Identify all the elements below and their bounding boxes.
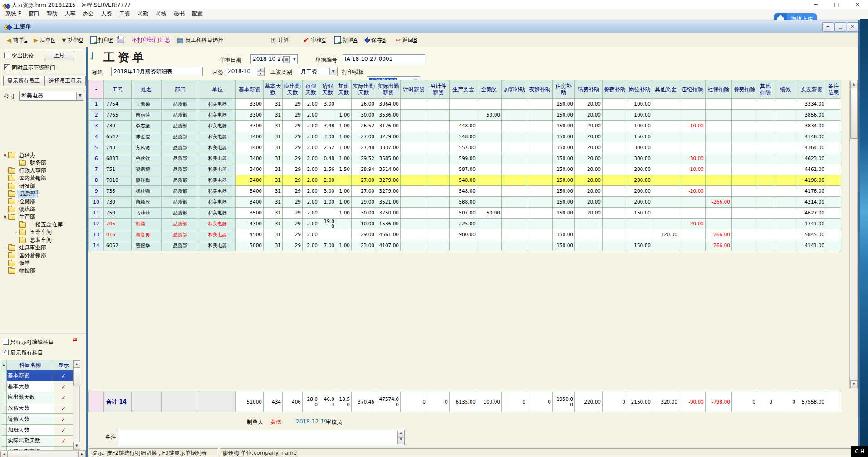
grid-cell[interactable] bbox=[450, 110, 477, 121]
grid-cell[interactable] bbox=[401, 153, 427, 164]
grid-cell[interactable]: 29 bbox=[283, 197, 303, 208]
grid-cell[interactable]: 3279.00 bbox=[376, 175, 401, 186]
grid-cell[interactable] bbox=[575, 240, 603, 251]
grid-cell[interactable]: 2.00 bbox=[303, 131, 319, 142]
scroll-thumb[interactable] bbox=[7, 451, 29, 457]
grid-cell[interactable] bbox=[527, 175, 553, 186]
grid-cell[interactable]: 27.00 bbox=[352, 131, 376, 142]
grid-cell[interactable]: 品质部 bbox=[162, 208, 199, 219]
grid-cell[interactable] bbox=[732, 219, 757, 229]
subject-hscrollbar[interactable]: ◀ ▶ bbox=[0, 450, 86, 457]
grid-cell[interactable] bbox=[679, 208, 706, 219]
grid-cell[interactable] bbox=[477, 164, 502, 175]
grid-cell[interactable] bbox=[427, 110, 450, 121]
tree-item-五金车间[interactable]: ›五金车间 bbox=[0, 228, 86, 236]
grid-cell[interactable]: 31 bbox=[264, 142, 283, 153]
grid-cell[interactable] bbox=[603, 240, 627, 251]
grid-cell[interactable] bbox=[774, 131, 797, 142]
subject-show-checkmark[interactable]: ✓ bbox=[54, 381, 73, 392]
scroll-thumb[interactable] bbox=[850, 88, 858, 139]
grid-cell[interactable]: 29 bbox=[283, 229, 303, 240]
caption-input[interactable]: 2018年10月薪资明细表 bbox=[111, 67, 203, 76]
child-close-button[interactable]: ✕ bbox=[847, 22, 858, 32]
grid-cell[interactable]: 3400 bbox=[236, 164, 264, 175]
menu-item[interactable]: 人事 bbox=[61, 9, 79, 19]
grid-cell[interactable]: 29 bbox=[283, 142, 303, 153]
grid-cell[interactable]: 448.00 bbox=[450, 121, 477, 131]
grid-cell[interactable] bbox=[757, 186, 774, 197]
grid-cell[interactable]: 31 bbox=[264, 186, 283, 197]
grid-cell[interactable]: 31 bbox=[264, 164, 283, 175]
grid-cell[interactable] bbox=[527, 153, 553, 164]
grid-cell[interactable]: 4461.00 bbox=[797, 164, 826, 175]
grid-cell[interactable] bbox=[652, 164, 679, 175]
menu-item[interactable]: 工资 bbox=[116, 9, 134, 19]
grid-cell[interactable] bbox=[774, 186, 797, 197]
prev-doc-button[interactable]: ◀ 前单L bbox=[7, 35, 27, 44]
grid-cell[interactable] bbox=[706, 208, 732, 219]
grid-cell[interactable]: 150.00 bbox=[627, 131, 652, 142]
grid-cell[interactable]: 150.00 bbox=[553, 164, 575, 175]
grid-cell[interactable] bbox=[732, 99, 757, 110]
grid-cell[interactable] bbox=[477, 131, 502, 142]
grid-cell[interactable] bbox=[603, 131, 627, 142]
grid-cell[interactable] bbox=[826, 121, 841, 131]
grid-cell[interactable]: 2.00 bbox=[303, 142, 319, 153]
grid-cell[interactable]: 周丽萍 bbox=[132, 110, 162, 121]
grid-cell[interactable]: 300.00 bbox=[627, 142, 652, 153]
grid-cell[interactable]: 20.00 bbox=[575, 110, 603, 121]
grid-cell[interactable]: 3400 bbox=[236, 142, 264, 153]
grid-cell[interactable]: 29 bbox=[283, 208, 303, 219]
grid-cell[interactable]: 19.00 bbox=[319, 219, 336, 229]
grid-cell[interactable]: 150.00 bbox=[627, 208, 652, 219]
grid-cell[interactable]: 599.00 bbox=[450, 153, 477, 164]
grid-cell[interactable]: 3500 bbox=[236, 208, 264, 219]
grid-cell[interactable] bbox=[427, 197, 450, 208]
grid-cell[interactable] bbox=[401, 142, 427, 153]
grid-cell[interactable]: 100.00 bbox=[627, 121, 652, 131]
grid-cell[interactable]: 4146.00 bbox=[797, 131, 826, 142]
grid-cell[interactable]: 和美电器 bbox=[199, 110, 236, 121]
grid-cell[interactable]: 20.00 bbox=[575, 131, 603, 142]
grid-cell[interactable] bbox=[502, 164, 527, 175]
grid-cell[interactable]: 2.00 bbox=[303, 186, 319, 197]
window-close-button[interactable]: ✕ bbox=[847, 0, 868, 9]
child-minimize-button[interactable]: ─ bbox=[822, 22, 834, 32]
grid-cell[interactable] bbox=[336, 219, 352, 229]
grid-cell[interactable] bbox=[679, 175, 706, 186]
subject-row[interactable]: 应出勤天数✓ bbox=[1, 392, 73, 403]
grid-cell[interactable] bbox=[401, 110, 427, 121]
grid-cell[interactable] bbox=[652, 131, 679, 142]
grid-cell[interactable]: 1.00 bbox=[336, 208, 352, 219]
grid-cell[interactable]: 587.00 bbox=[450, 164, 477, 175]
grid-cell[interactable] bbox=[401, 121, 427, 131]
scroll-right-icon[interactable]: ▶ bbox=[78, 451, 86, 457]
grid-cell[interactable]: 4141.00 bbox=[797, 240, 826, 251]
grid-cell[interactable] bbox=[427, 219, 450, 229]
grid-cell[interactable]: 品质部 bbox=[162, 131, 199, 142]
grid-cell[interactable]: 739 bbox=[104, 121, 132, 131]
grid-cell[interactable]: 29 bbox=[283, 131, 303, 142]
grid-cell[interactable]: 150.00 bbox=[553, 110, 575, 121]
grid-cell[interactable] bbox=[603, 142, 627, 153]
grid-cell[interactable] bbox=[679, 131, 706, 142]
grid-cell[interactable]: 750 bbox=[104, 208, 132, 219]
grid-cell[interactable]: 751 bbox=[104, 164, 132, 175]
tree-item-财务部[interactable]: 财务部 bbox=[0, 159, 86, 167]
tree-item-总经办[interactable]: ∨总经办 bbox=[0, 151, 86, 159]
show-all-subjects-checkbox[interactable]: 显示所有科目 bbox=[3, 349, 43, 357]
grid-cell[interactable]: 150.00 bbox=[627, 240, 652, 251]
grid-cell[interactable] bbox=[679, 110, 706, 121]
next-doc-button[interactable]: ▶ 后单N bbox=[34, 35, 55, 44]
grid-cell[interactable]: 23.00 bbox=[352, 240, 376, 251]
show-all-employees-button[interactable]: 显示所有员工 bbox=[3, 76, 44, 86]
grid-cell[interactable]: 980.00 bbox=[450, 229, 477, 240]
grid-cell[interactable] bbox=[627, 229, 652, 240]
grid-cell[interactable] bbox=[603, 110, 627, 121]
grid-cell[interactable]: 2.00 bbox=[303, 197, 319, 208]
grid-cell[interactable] bbox=[757, 240, 774, 251]
grid-cell[interactable] bbox=[757, 197, 774, 208]
grid-cell[interactable]: 705 bbox=[104, 219, 132, 229]
grid-cell[interactable]: 3750.00 bbox=[376, 208, 401, 219]
grid-cell[interactable] bbox=[427, 240, 450, 251]
